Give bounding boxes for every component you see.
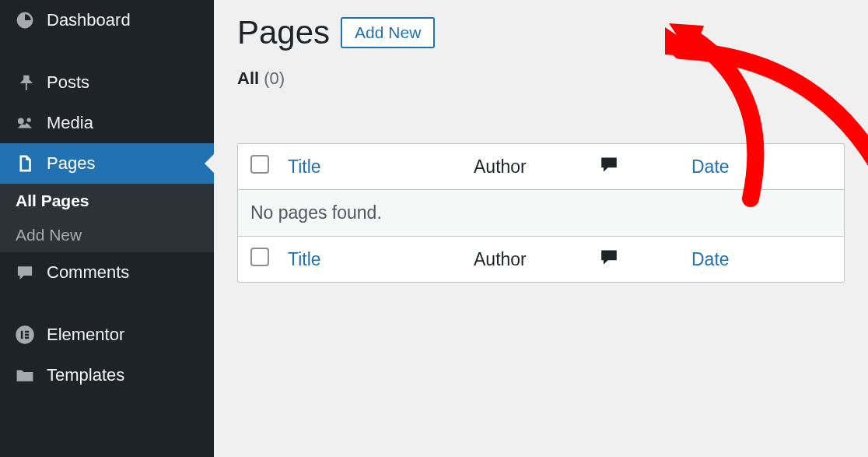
sidebar-item-media[interactable]: Media (0, 103, 214, 143)
comment-icon (14, 262, 36, 283)
svg-rect-5 (25, 337, 29, 339)
sidebar-item-dashboard[interactable]: Dashboard (0, 0, 214, 40)
table-header-row: Title Author Date (238, 144, 844, 190)
submenu-all-pages[interactable]: All Pages (0, 184, 214, 218)
sidebar-item-label: Templates (47, 365, 124, 385)
pages-icon (14, 153, 36, 174)
column-date[interactable]: Date (691, 156, 831, 178)
table-empty-row: No pages found. (238, 190, 844, 237)
svg-rect-2 (21, 331, 23, 339)
page-header: Pages Add New (237, 14, 845, 51)
sidebar-item-templates[interactable]: Templates (0, 355, 214, 395)
sidebar-item-label: Pages (47, 153, 95, 174)
sidebar-submenu: All Pages Add New (0, 184, 214, 252)
column-date-footer[interactable]: Date (691, 249, 831, 270)
column-author-footer: Author (474, 249, 598, 270)
table-footer-row: Title Author Date (238, 237, 844, 282)
sidebar-item-pages[interactable]: Pages (0, 143, 214, 184)
column-author: Author (474, 156, 598, 178)
dashboard-icon (14, 9, 36, 31)
add-new-button[interactable]: Add New (341, 17, 435, 48)
sidebar-item-label: Dashboard (47, 10, 131, 30)
sidebar-item-comments[interactable]: Comments (0, 252, 214, 293)
sidebar-item-elementor[interactable]: Elementor (0, 315, 214, 355)
page-title: Pages (237, 14, 330, 51)
select-all-cell-footer (250, 248, 288, 271)
sidebar-item-label: Posts (47, 72, 89, 93)
pin-icon (14, 72, 36, 93)
select-all-cell (250, 155, 288, 178)
pages-table: Title Author Date No pages found. Title … (237, 143, 845, 283)
sidebar-item-label: Elementor (47, 325, 124, 345)
column-title-footer[interactable]: Title (288, 249, 474, 270)
filter-all[interactable]: All (0) (237, 69, 285, 88)
svg-rect-3 (25, 331, 29, 333)
submenu-add-new[interactable]: Add New (0, 218, 214, 252)
column-title[interactable]: Title (288, 156, 474, 178)
media-icon (14, 112, 36, 134)
admin-sidebar: Dashboard Posts Media Pages All Pages Ad… (0, 0, 214, 457)
sidebar-item-label: Media (47, 113, 93, 133)
sidebar-item-label: Comments (47, 262, 129, 283)
svg-rect-4 (25, 334, 29, 336)
select-all-checkbox[interactable] (250, 155, 269, 174)
filter-links: All (0) (237, 69, 845, 89)
column-comments (598, 153, 691, 180)
column-comments-footer (598, 246, 691, 272)
sidebar-item-posts[interactable]: Posts (0, 62, 214, 103)
comment-bubble-icon (598, 153, 620, 180)
select-all-checkbox-footer[interactable] (250, 248, 269, 266)
folder-icon (14, 364, 36, 386)
comment-bubble-icon (598, 246, 620, 272)
elementor-icon (14, 324, 36, 346)
main-content: Pages Add New All (0) Title Author Date … (214, 0, 868, 457)
svg-point-0 (18, 118, 24, 125)
